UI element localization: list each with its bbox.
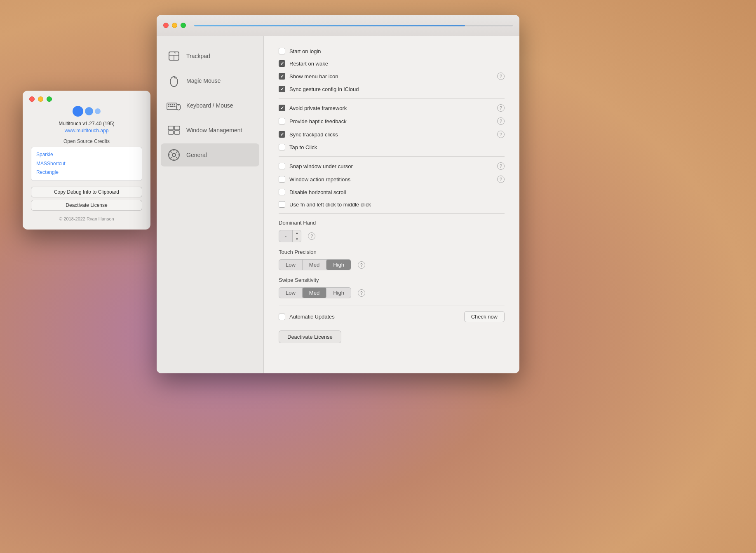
deactivate-license-button[interactable]: Deactivate License	[279, 330, 341, 343]
automatic-updates-checkbox[interactable]	[279, 314, 285, 320]
fn-left-click-checkbox[interactable]	[279, 201, 285, 208]
divider-1	[279, 98, 505, 98]
dot-small	[95, 108, 101, 114]
copyright-text: © 2018-2022 Ryan Hanson	[59, 216, 114, 221]
haptic-feedback-checkbox[interactable]	[279, 118, 285, 124]
restart-on-wake-checkbox[interactable]	[279, 60, 285, 67]
svg-rect-6	[170, 104, 171, 105]
precision-med-button[interactable]: Med	[303, 260, 326, 270]
sidebar-item-keyboard-mouse[interactable]: Keyboard / Mouse	[161, 94, 259, 117]
fn-left-click-row: Use fn and left click to middle click	[279, 201, 505, 208]
sidebar-window-management-label: Window Management	[186, 127, 242, 134]
dominant-hand-row: - ▲ ▼ ?	[279, 230, 505, 242]
about-window: Multitouch v1.27.40 (195) www.multitouch…	[23, 91, 150, 230]
app-url[interactable]: www.multitouch.app	[65, 128, 109, 134]
window-action-left: Window action repetitions	[279, 176, 350, 183]
main-close-button[interactable]	[163, 23, 169, 28]
svg-line-25	[171, 152, 172, 153]
main-traffic-lights	[163, 23, 186, 28]
sidebar-item-general[interactable]: General	[161, 143, 259, 166]
show-menu-bar-help[interactable]: ?	[497, 73, 505, 80]
restart-on-wake-row: Restart on wake	[279, 60, 505, 67]
svg-rect-9	[168, 106, 169, 107]
sync-trackpad-label: Sync trackpad clicks	[289, 131, 338, 138]
window-action-help[interactable]: ?	[497, 176, 505, 183]
about-close-button[interactable]	[29, 96, 35, 102]
sync-gesture-label: Sync gesture config in iCloud	[289, 86, 359, 92]
about-zoom-button[interactable]	[47, 96, 52, 102]
about-minimize-button[interactable]	[38, 96, 43, 102]
avoid-private-row: Avoid private framework ?	[279, 104, 505, 112]
masshortcut-link[interactable]: MASShortcut	[36, 159, 137, 169]
dot-large	[73, 106, 83, 117]
svg-line-27	[176, 152, 178, 153]
sync-gesture-checkbox[interactable]	[279, 86, 285, 92]
about-deactivate-button[interactable]: Deactivate License	[31, 200, 142, 211]
sidebar: Trackpad Magic Mouse	[157, 36, 264, 373]
avoid-private-help[interactable]: ?	[497, 104, 505, 112]
swipe-sensitivity-help[interactable]: ?	[358, 289, 365, 297]
divider-3	[279, 213, 505, 214]
main-content: Start on login Restart on wake Show menu…	[264, 36, 519, 373]
snap-window-checkbox[interactable]	[279, 163, 285, 169]
sidebar-item-magic-mouse[interactable]: Magic Mouse	[161, 69, 259, 92]
tap-to-click-row: Tap to Click	[279, 144, 505, 150]
stepper-buttons: ▲ ▼	[292, 230, 301, 242]
main-zoom-button[interactable]	[181, 23, 186, 28]
sync-gesture-row: Sync gesture config in iCloud	[279, 86, 505, 92]
start-on-login-checkbox[interactable]	[279, 48, 285, 54]
disable-horizontal-row: Disable horizontal scroll	[279, 189, 505, 195]
svg-rect-7	[172, 104, 173, 105]
avoid-private-checkbox[interactable]	[279, 105, 285, 111]
sidebar-item-trackpad[interactable]: Trackpad	[161, 45, 259, 68]
svg-line-28	[171, 157, 172, 159]
swipe-sensitivity-row: Low Med High ?	[279, 287, 505, 298]
copy-debug-button[interactable]: Copy Debug Info to Clipboard	[31, 187, 142, 197]
show-menu-bar-checkbox[interactable]	[279, 73, 285, 80]
sync-trackpad-help[interactable]: ?	[497, 131, 505, 138]
main-minimize-button[interactable]	[172, 23, 177, 28]
haptic-feedback-help[interactable]: ?	[497, 117, 505, 125]
stepper-up-button[interactable]: ▲	[293, 230, 301, 236]
titlebar-progress-bar	[194, 25, 513, 26]
rectangle-link[interactable]: Rectangle	[36, 168, 137, 177]
stepper-down-button[interactable]: ▼	[293, 236, 301, 242]
svg-rect-11	[174, 106, 176, 107]
show-menu-bar-left: Show menu bar icon	[279, 73, 338, 80]
app-version: Multitouch v1.27.40 (195)	[59, 121, 114, 127]
snap-window-help[interactable]: ?	[497, 162, 505, 170]
touch-precision-label: Touch Precision	[279, 249, 505, 255]
haptic-feedback-label: Provide haptic feedback	[289, 118, 347, 124]
window-body: Trackpad Magic Mouse	[157, 36, 519, 373]
sync-trackpad-checkbox[interactable]	[279, 131, 285, 138]
window-action-row: Window action repetitions ?	[279, 176, 505, 183]
start-on-login-row: Start on login	[279, 48, 505, 54]
sidebar-item-window-management[interactable]: Window Management	[161, 119, 259, 142]
snap-window-row: Snap window under cursor ?	[279, 162, 505, 170]
dominant-hand-stepper[interactable]: - ▲ ▼	[279, 230, 301, 242]
touch-precision-row: Low Med High ?	[279, 259, 505, 270]
credits-box: Sparkle MASShortcut Rectangle	[31, 147, 142, 181]
dot-medium	[85, 107, 93, 115]
general-icon	[167, 148, 181, 162]
disable-horizontal-checkbox[interactable]	[279, 189, 285, 195]
sensitivity-med-button[interactable]: Med	[303, 288, 326, 298]
sidebar-general-label: General	[186, 152, 207, 158]
touch-precision-help[interactable]: ?	[358, 261, 365, 269]
precision-high-button[interactable]: High	[326, 260, 351, 270]
precision-low-button[interactable]: Low	[279, 260, 303, 270]
snap-window-left: Snap window under cursor	[279, 163, 353, 169]
sensitivity-high-button[interactable]: High	[326, 288, 351, 298]
dominant-hand-help[interactable]: ?	[308, 232, 315, 240]
divider-4	[279, 305, 505, 305]
svg-rect-10	[170, 106, 174, 107]
trackpad-icon	[167, 49, 181, 63]
svg-rect-8	[174, 104, 175, 105]
tap-to-click-label: Tap to Click	[289, 144, 317, 150]
dominant-hand-label: Dominant Hand	[279, 220, 505, 226]
window-action-checkbox[interactable]	[279, 176, 285, 183]
sparkle-link[interactable]: Sparkle	[36, 150, 137, 159]
check-now-button[interactable]: Check now	[464, 311, 505, 322]
sensitivity-low-button[interactable]: Low	[279, 288, 303, 298]
tap-to-click-checkbox[interactable]	[279, 144, 285, 150]
